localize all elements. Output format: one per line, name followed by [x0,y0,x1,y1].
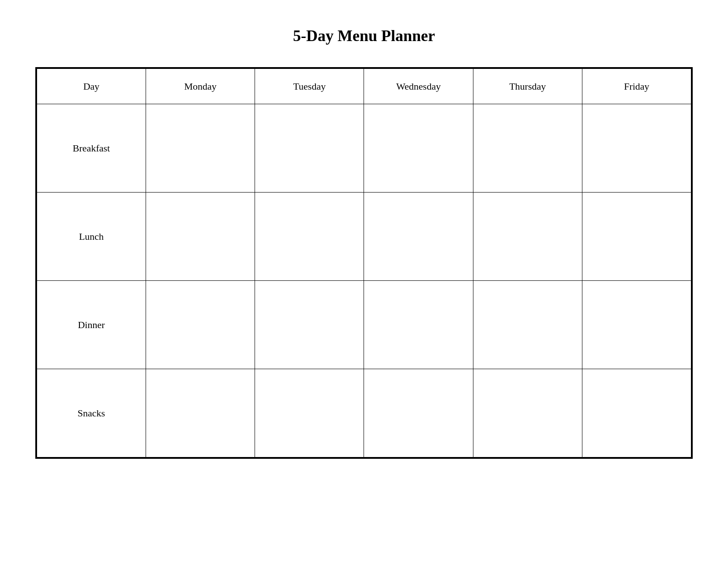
cell-snacks-wednesday[interactable] [364,369,473,457]
cell-snacks-thursday[interactable] [473,369,582,457]
cell-breakfast-tuesday[interactable] [255,104,364,193]
cell-snacks-monday[interactable] [146,369,255,457]
cell-lunch-tuesday[interactable] [255,193,364,281]
cell-breakfast-wednesday[interactable] [364,104,473,193]
cell-lunch-wednesday[interactable] [364,193,473,281]
row-breakfast: Breakfast [37,104,691,193]
row-dinner: Dinner [37,281,691,369]
cell-snacks-tuesday[interactable] [255,369,364,457]
cell-breakfast-monday[interactable] [146,104,255,193]
header-monday: Monday [146,69,255,104]
header-wednesday: Wednesday [364,69,473,104]
cell-dinner-friday[interactable] [582,281,691,369]
cell-lunch-monday[interactable] [146,193,255,281]
planner-table-wrapper: Day Monday Tuesday Wednesday Thursday Fr… [35,67,693,459]
cell-dinner-tuesday[interactable] [255,281,364,369]
cell-breakfast-thursday[interactable] [473,104,582,193]
cell-lunch-friday[interactable] [582,193,691,281]
header-tuesday: Tuesday [255,69,364,104]
cell-dinner-wednesday[interactable] [364,281,473,369]
page-title: 5-Day Menu Planner [293,26,435,45]
cell-snacks-friday[interactable] [582,369,691,457]
header-friday: Friday [582,69,691,104]
cell-breakfast-friday[interactable] [582,104,691,193]
label-lunch: Lunch [37,193,146,281]
cell-lunch-thursday[interactable] [473,193,582,281]
cell-dinner-monday[interactable] [146,281,255,369]
planner-table: Day Monday Tuesday Wednesday Thursday Fr… [37,68,691,457]
label-breakfast: Breakfast [37,104,146,193]
label-dinner: Dinner [37,281,146,369]
header-thursday: Thursday [473,69,582,104]
header-row: Day Monday Tuesday Wednesday Thursday Fr… [37,69,691,104]
label-snacks: Snacks [37,369,146,457]
header-day: Day [37,69,146,104]
cell-dinner-thursday[interactable] [473,281,582,369]
row-lunch: Lunch [37,193,691,281]
row-snacks: Snacks [37,369,691,457]
